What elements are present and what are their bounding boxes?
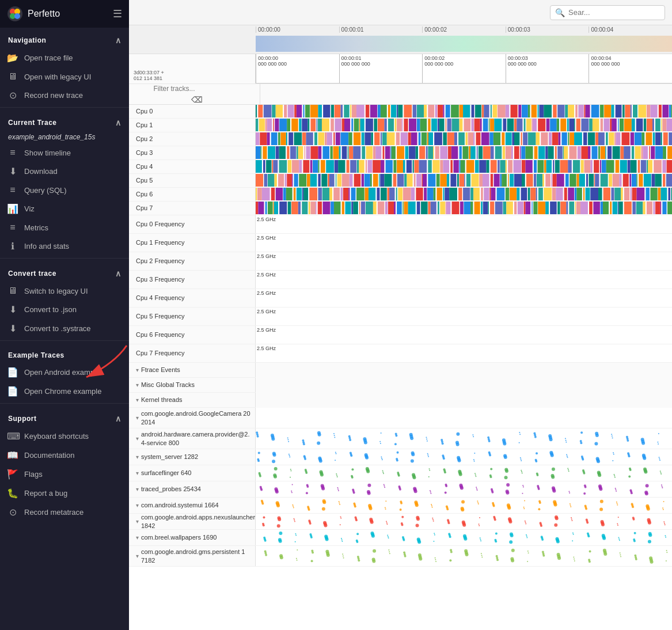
track-content-system-server[interactable] xyxy=(256,449,672,465)
svg-point-700 xyxy=(427,441,428,442)
track-content-cpu1[interactable] xyxy=(256,119,672,131)
svg-point-871 xyxy=(660,472,661,473)
svg-point-1236 xyxy=(648,540,651,544)
track-content-cpu3[interactable] xyxy=(256,146,672,159)
convert-trace-chevron[interactable]: ∧ xyxy=(115,269,122,278)
search-input[interactable] xyxy=(568,8,660,17)
track-content-cpu5freq[interactable]: 2.5 GHz xyxy=(256,308,672,326)
overview-minimap[interactable] xyxy=(256,36,672,52)
expand-arrow-icon[interactable]: ▾ xyxy=(136,553,139,559)
svg-point-1310 xyxy=(588,559,590,561)
svg-rect-373 xyxy=(414,160,419,173)
sidebar-item-chrome-example[interactable]: 📄 Open Chrome example xyxy=(0,382,129,401)
search-box[interactable]: 🔍 xyxy=(550,5,665,20)
expand-arrow-icon[interactable]: ▾ xyxy=(136,415,139,421)
navigation-chevron[interactable]: ∧ xyxy=(115,36,122,45)
track-content-cpu6freq[interactable]: 2.5 GHz xyxy=(256,326,672,344)
expand-arrow-icon[interactable]: ▾ xyxy=(136,397,139,403)
sidebar-item-record-metatrace[interactable]: ⊙ Record metatrace xyxy=(0,503,129,522)
sidebar-item-switch-legacy[interactable]: 🖥 Switch to legacy UI xyxy=(0,282,129,300)
track-content-nexuslauncher[interactable] xyxy=(256,514,672,529)
sidebar-item-legacy-ui[interactable]: 🖥 Open with legacy UI xyxy=(0,67,129,86)
svg-rect-532 xyxy=(381,188,387,200)
expand-arrow-icon[interactable]: ▾ xyxy=(136,502,139,508)
svg-point-1288 xyxy=(666,550,667,551)
support-chevron[interactable]: ∧ xyxy=(115,414,122,423)
track-content-cpu3freq[interactable]: 2.5 GHz xyxy=(256,271,672,289)
track-content-cpu4freq[interactable]: 2.5 GHz xyxy=(256,289,672,308)
svg-rect-262 xyxy=(290,146,296,159)
track-content-cpu4[interactable] xyxy=(256,160,672,173)
hamburger-icon[interactable]: ☰ xyxy=(113,7,122,20)
sidebar-item-show-timeline[interactable]: ≡ Show timeline xyxy=(0,143,129,162)
current-trace-chevron[interactable]: ∧ xyxy=(115,118,122,127)
track-content-cpu0[interactable] xyxy=(256,105,672,117)
svg-rect-225 xyxy=(521,132,522,145)
sidebar-item-documentation[interactable]: 📖 Documentation xyxy=(0,446,129,465)
svg-point-715 xyxy=(658,443,659,445)
sidebar-item-info-stats[interactable]: ℹ Info and stats xyxy=(0,237,129,256)
svg-rect-522 xyxy=(329,188,332,200)
sidebar-item-open-trace[interactable]: 📂 Open trace file xyxy=(0,48,129,67)
sidebar-item-android-example[interactable]: 📄 Open Android example xyxy=(0,363,129,382)
svg-point-815 xyxy=(581,456,583,458)
svg-point-819 xyxy=(642,454,646,457)
svg-point-1142 xyxy=(401,522,403,525)
svg-rect-5 xyxy=(256,105,257,117)
svg-rect-239 xyxy=(595,132,598,145)
svg-rect-541 xyxy=(427,188,434,200)
track-content-cpu2freq[interactable]: 2.5 GHz xyxy=(256,252,672,271)
track-content-cpu0freq[interactable]: 2.5 GHz xyxy=(256,215,672,234)
track-content-cpu7freq[interactable]: 2.5 GHz xyxy=(256,344,672,363)
expand-arrow-icon[interactable]: ▾ xyxy=(136,470,139,476)
sidebar-item-metrics[interactable]: ≡ Metrics xyxy=(0,218,129,237)
expand-arrow-icon[interactable]: ▾ xyxy=(136,454,139,460)
sidebar-item-convert-systrace[interactable]: ⬇ Convert to .systrace xyxy=(0,319,129,338)
track-label-text: Cpu 6 Frequency xyxy=(136,331,184,339)
filter-tracks-input[interactable] xyxy=(154,85,240,93)
track-content-surfaceflinger[interactable] xyxy=(256,465,672,481)
track-content-cpu1freq[interactable]: 2.5 GHz xyxy=(256,234,672,252)
svg-rect-401 xyxy=(560,160,568,173)
svg-rect-377 xyxy=(440,160,443,173)
svg-point-1050 xyxy=(599,508,603,511)
sidebar-item-download[interactable]: ⬇ Download xyxy=(0,162,129,181)
freq-label: 2.5 GHz xyxy=(257,217,276,222)
track-content-cpu7[interactable] xyxy=(256,202,672,214)
track-content-camera-provider[interactable] xyxy=(256,428,672,449)
expand-arrow-icon[interactable]: ▾ xyxy=(136,518,139,525)
svg-point-1003 xyxy=(293,507,294,508)
svg-rect-128 xyxy=(452,119,460,131)
svg-rect-269 xyxy=(322,146,329,159)
track-content-traced-probes[interactable] xyxy=(256,481,672,497)
sidebar-item-flags[interactable]: 🚩 Flags xyxy=(0,465,129,484)
track-content-cpu2[interactable] xyxy=(256,132,672,145)
svg-point-758 xyxy=(536,452,538,454)
svg-rect-119 xyxy=(409,119,416,131)
track-content-breel-wallpapers[interactable] xyxy=(256,530,672,545)
track-content-cpu5[interactable] xyxy=(256,174,672,187)
track-content-cpu6[interactable] xyxy=(256,188,672,200)
track-label-text: Cpu 3 xyxy=(136,149,153,157)
expand-arrow-icon[interactable]: ▾ xyxy=(136,534,139,541)
sidebar-item-keyboard-shortcuts[interactable]: ⌨ Keyboard shortcuts xyxy=(0,427,129,446)
svg-rect-42 xyxy=(446,105,450,117)
track-content-kernel-threads[interactable] xyxy=(256,393,672,408)
expand-arrow-icon[interactable]: ▾ xyxy=(136,382,139,388)
sidebar-item-viz[interactable]: 📊 Viz xyxy=(0,199,129,218)
sidebar-item-record-trace[interactable]: ⊙ Record new trace xyxy=(0,86,129,105)
svg-point-1138 xyxy=(340,524,341,525)
sidebar-item-query-sql[interactable]: ≡ Query (SQL) xyxy=(0,181,129,199)
filter-clear-icon[interactable]: ⌫ xyxy=(191,95,203,104)
svg-rect-449 xyxy=(384,174,392,187)
expand-arrow-icon[interactable]: ▾ xyxy=(136,435,139,442)
track-content-systemui[interactable] xyxy=(256,498,672,513)
sidebar-item-report-bug[interactable]: 🐛 Report a bug xyxy=(0,484,129,503)
track-content-ftrace[interactable] xyxy=(256,363,672,378)
sidebar-item-convert-json[interactable]: ⬇ Convert to .json xyxy=(0,300,129,319)
track-content-google-camera[interactable] xyxy=(256,408,672,428)
expand-arrow-icon[interactable]: ▾ xyxy=(136,367,139,373)
expand-arrow-icon[interactable]: ▾ xyxy=(136,486,139,492)
track-content-gms-persistent[interactable] xyxy=(256,546,672,566)
track-content-misc-global[interactable] xyxy=(256,378,672,393)
